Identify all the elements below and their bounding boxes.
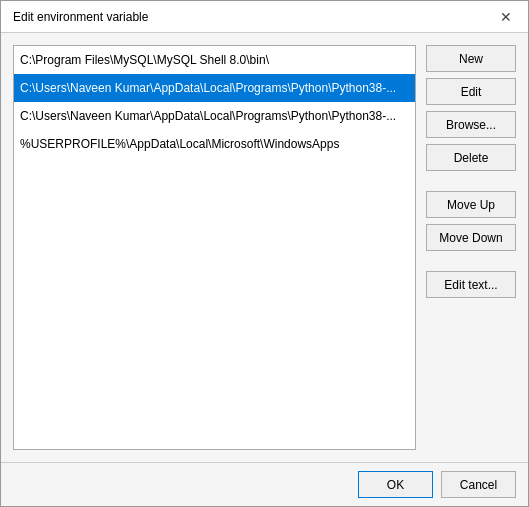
ok-button[interactable]: OK bbox=[358, 471, 433, 498]
list-item[interactable]: C:\Users\Naveen Kumar\AppData\Local\Prog… bbox=[14, 102, 415, 130]
list-item[interactable]: %USERPROFILE%\AppData\Local\Microsoft\Wi… bbox=[14, 130, 415, 158]
dialog-title: Edit environment variable bbox=[13, 10, 148, 24]
env-variable-list[interactable]: C:\Program Files\MySQL\MySQL Shell 8.0\b… bbox=[13, 45, 416, 450]
edit-button[interactable]: Edit bbox=[426, 78, 516, 105]
delete-button[interactable]: Delete bbox=[426, 144, 516, 171]
action-buttons-panel: New Edit Browse... Delete Move Up Move D… bbox=[426, 45, 516, 450]
list-item[interactable]: C:\Program Files\MySQL\MySQL Shell 8.0\b… bbox=[14, 46, 415, 74]
spacer-1 bbox=[426, 177, 516, 185]
spacer-2 bbox=[426, 257, 516, 265]
new-button[interactable]: New bbox=[426, 45, 516, 72]
move-up-button[interactable]: Move Up bbox=[426, 191, 516, 218]
move-down-button[interactable]: Move Down bbox=[426, 224, 516, 251]
edit-text-button[interactable]: Edit text... bbox=[426, 271, 516, 298]
dialog-footer: OK Cancel bbox=[1, 462, 528, 506]
title-bar: Edit environment variable ✕ bbox=[1, 1, 528, 33]
list-item[interactable]: C:\Users\Naveen Kumar\AppData\Local\Prog… bbox=[14, 74, 415, 102]
browse-button[interactable]: Browse... bbox=[426, 111, 516, 138]
edit-env-variable-dialog: Edit environment variable ✕ C:\Program F… bbox=[0, 0, 529, 507]
dialog-content: C:\Program Files\MySQL\MySQL Shell 8.0\b… bbox=[1, 33, 528, 462]
close-button[interactable]: ✕ bbox=[496, 7, 516, 27]
cancel-button[interactable]: Cancel bbox=[441, 471, 516, 498]
